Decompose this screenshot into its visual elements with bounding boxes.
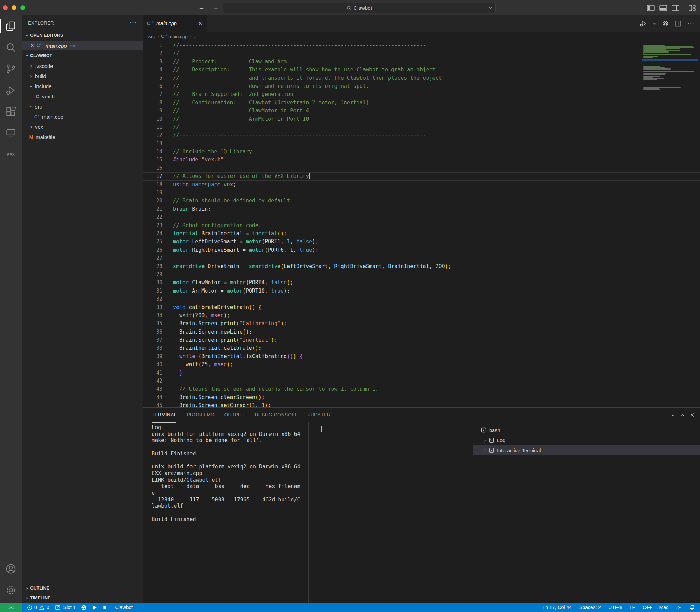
explorer-icon[interactable] bbox=[0, 15, 22, 37]
code-line[interactable]: 30motor ClawMotor = motor(PORT4, false); bbox=[143, 279, 700, 287]
source-control-icon[interactable] bbox=[0, 58, 22, 79]
vex-extension-icon[interactable]: v≡x bbox=[0, 144, 22, 165]
code-line[interactable]: 45 Brain.Screen.setCursor(1, 1); bbox=[143, 402, 700, 407]
code-line[interactable]: 40 wait(25, msec); bbox=[143, 361, 700, 369]
chevron-down-icon[interactable] bbox=[671, 413, 675, 417]
more-actions-icon[interactable]: ··· bbox=[687, 20, 694, 27]
remote-indicator[interactable]: >< bbox=[0, 603, 22, 612]
code-line[interactable]: 14// Include the IQ Library bbox=[143, 148, 700, 156]
tree-item-makefile[interactable]: Mmakefile bbox=[22, 132, 143, 142]
code-line[interactable]: 35 Brain.Screen.print("Calibrating"); bbox=[143, 320, 700, 328]
tree-item-build[interactable]: ›build bbox=[22, 71, 143, 81]
code-line[interactable]: 32 bbox=[143, 295, 700, 303]
close-panel-icon[interactable] bbox=[690, 413, 694, 417]
code-line[interactable]: 19 bbox=[143, 189, 700, 197]
navigate-back-icon[interactable]: ← bbox=[198, 4, 205, 12]
breadcrumb-file[interactable]: main.cpp bbox=[168, 34, 188, 39]
terminal-output[interactable]: Logunix build for platform vexiq2 on Dar… bbox=[152, 424, 306, 522]
panel-tab-terminal[interactable]: TERMINAL bbox=[152, 408, 176, 423]
code-line[interactable]: 28smartdrive Drivetrain = smartdrive(Lef… bbox=[143, 263, 700, 271]
search-icon[interactable] bbox=[0, 37, 22, 58]
code-line[interactable]: 29 bbox=[143, 271, 700, 279]
vex-download-button[interactable] bbox=[81, 605, 87, 611]
code-line[interactable]: 7// Brain Supported: 2nd generation bbox=[143, 90, 700, 98]
status-spaces-2[interactable]: Spaces: 2 bbox=[579, 605, 601, 610]
open-editor-item-main-cpp[interactable]: ✕ C++ main.cpp src bbox=[22, 41, 143, 50]
tree-item-vex-h[interactable]: Cvex.h bbox=[22, 91, 143, 102]
code-line[interactable]: 36 Brain.Screen.newLine(); bbox=[143, 328, 700, 336]
tree-item--vscode[interactable]: ›.vscode bbox=[22, 61, 143, 71]
code-line[interactable]: 20// Brain should be defined by default bbox=[143, 197, 700, 205]
code-line[interactable]: 5// and transports it forward. The Clawb… bbox=[143, 74, 700, 82]
terminal-list-item-log[interactable]: ┌Log bbox=[473, 435, 700, 445]
breadcrumb-folder[interactable]: src bbox=[148, 34, 155, 39]
code-line[interactable]: 38 BrainInertial.calibrate(); bbox=[143, 344, 700, 352]
close-tab-icon[interactable]: ✕ bbox=[198, 20, 202, 27]
problems-status[interactable]: 0 0 bbox=[27, 605, 49, 610]
minimize-window-button[interactable] bbox=[12, 5, 16, 10]
code-line[interactable]: 15#include "vex.h" bbox=[143, 156, 700, 164]
code-line[interactable]: 10// ArmMotor in Port 10 bbox=[143, 115, 700, 123]
code-line[interactable]: 42 bbox=[143, 377, 700, 385]
code-line[interactable]: 22 bbox=[143, 213, 700, 221]
timeline-section[interactable]: › TIMELINE bbox=[22, 593, 143, 603]
status-c[interactable]: C++ bbox=[643, 605, 652, 610]
code-line[interactable]: 27 bbox=[143, 254, 700, 262]
new-terminal-icon[interactable] bbox=[660, 412, 666, 418]
code-line[interactable]: 13 bbox=[143, 140, 700, 148]
code-line[interactable]: 2// bbox=[143, 49, 700, 57]
status-mac[interactable]: Mac bbox=[659, 605, 668, 610]
close-icon[interactable]: ✕ bbox=[30, 43, 34, 48]
code-line[interactable]: 43 // Clears the screen and returns the … bbox=[143, 385, 700, 393]
project-name-status[interactable]: Clawbot bbox=[115, 605, 133, 610]
code-line[interactable]: 9// ClawMotor in Port 4 bbox=[143, 107, 700, 115]
remote-explorer-icon[interactable] bbox=[0, 122, 22, 144]
panel-tab-problems[interactable]: PROBLEMS bbox=[187, 408, 214, 423]
panel-divider[interactable] bbox=[308, 422, 309, 603]
tree-item-vex[interactable]: ›vex bbox=[22, 122, 143, 132]
split-editor-icon[interactable] bbox=[675, 20, 681, 27]
navigate-forward-icon[interactable]: → bbox=[213, 4, 219, 12]
chevron-down-icon[interactable] bbox=[488, 6, 492, 10]
code-line[interactable]: 41 } bbox=[143, 369, 700, 377]
project-header-clawbot[interactable]: › CLAWBOT bbox=[22, 50, 143, 61]
code-line[interactable]: 25motor LeftDriveSmart = motor(PORT1, 1,… bbox=[143, 238, 700, 246]
code-line[interactable]: 24inertial BrainInertial = inertial(); bbox=[143, 230, 700, 238]
panel-tab-jupyter[interactable]: JUPYTER bbox=[308, 408, 331, 423]
code-line[interactable]: 11// bbox=[143, 123, 700, 131]
maximize-panel-icon[interactable] bbox=[680, 413, 685, 417]
chevron-down-icon[interactable] bbox=[653, 22, 656, 25]
code-line[interactable]: 26motor RightDriveSmart = motor(PORT6, 1… bbox=[143, 246, 700, 254]
code-line[interactable]: 39 while (BrainInertial.isCalibrating())… bbox=[143, 353, 700, 361]
code-line[interactable]: 34 wait(200, msec); bbox=[143, 312, 700, 320]
minimap[interactable] bbox=[643, 43, 696, 90]
code-line[interactable]: 6// down and returns to its original spo… bbox=[143, 82, 700, 90]
slot-selector[interactable]: Slot 1 bbox=[55, 605, 76, 610]
breadcrumb-more[interactable]: ... bbox=[194, 34, 198, 39]
settings-gear-icon[interactable] bbox=[662, 20, 669, 27]
toggle-panel-icon[interactable] bbox=[659, 5, 667, 11]
code-line[interactable]: 16 bbox=[143, 164, 700, 172]
terminal-list-item-interactive-terminal[interactable]: └Interactive Terminal bbox=[473, 445, 700, 455]
code-line[interactable]: 17// Allows for easier use of the VEX Li… bbox=[143, 172, 700, 180]
tree-item-main-cpp[interactable]: C++main.cpp bbox=[22, 112, 143, 122]
open-editors-header[interactable]: › OPEN EDITORS bbox=[22, 30, 143, 41]
code-line[interactable]: 3// Project: Claw and Arm bbox=[143, 58, 700, 66]
toggle-sidebar-icon[interactable] bbox=[647, 5, 655, 11]
settings-gear-icon[interactable] bbox=[0, 579, 22, 601]
code-line[interactable]: 23// Robot configuration code. bbox=[143, 222, 700, 230]
zoom-window-button[interactable] bbox=[20, 5, 25, 10]
stop-program-button[interactable] bbox=[103, 605, 107, 610]
notifications-bell-icon[interactable] bbox=[689, 605, 695, 610]
status-lf[interactable]: LF bbox=[630, 605, 635, 610]
run-or-debug-icon[interactable] bbox=[640, 20, 647, 27]
customize-layout-icon[interactable] bbox=[689, 5, 696, 11]
outline-section[interactable]: › OUTLINE bbox=[22, 583, 143, 593]
panel-tab-output[interactable]: OUTPUT bbox=[224, 408, 245, 423]
code-line[interactable]: 44 Brain.Screen.clearScreen(); bbox=[143, 394, 700, 402]
code-line[interactable]: 18using namespace vex; bbox=[143, 181, 700, 189]
feedback-icon[interactable] bbox=[676, 605, 682, 610]
command-center-search[interactable]: Clawbot bbox=[223, 3, 496, 13]
panel-tab-debug-console[interactable]: DEBUG CONSOLE bbox=[255, 408, 298, 423]
code-line[interactable]: 31motor ArmMotor = motor(PORT10, true); bbox=[143, 287, 700, 295]
